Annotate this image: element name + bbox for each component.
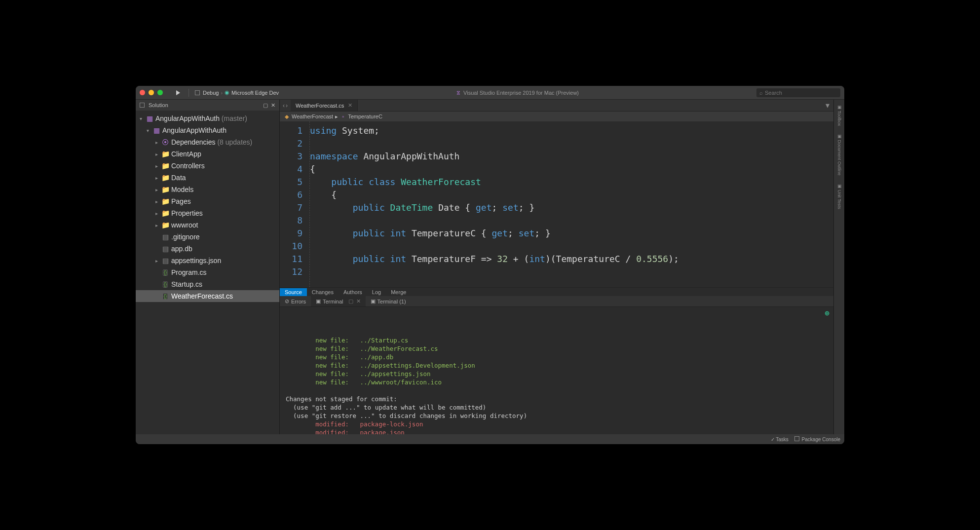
- tree-item-icon: ▤: [161, 233, 169, 241]
- terminal-panel[interactable]: ⊕ new file: ../Startup.cs new file: ../W…: [280, 307, 833, 434]
- tree-item-label: wwwroot: [171, 221, 198, 229]
- solution-node[interactable]: ▾▦AngularAppWithAuth (master): [136, 113, 279, 124]
- right-tab-toolbox[interactable]: ▣ Toolbox: [836, 103, 843, 128]
- twist-icon: ▸: [153, 223, 159, 228]
- tree-item-icon: 📁: [161, 150, 169, 158]
- project-node[interactable]: ▾▦AngularAppWithAuth: [136, 124, 279, 136]
- folder-pages[interactable]: ▸📁Pages: [136, 195, 279, 207]
- close-window-button[interactable]: [140, 90, 145, 95]
- blame-tab-merge[interactable]: Merge: [386, 288, 411, 296]
- code-editor[interactable]: 123456789101112 using System; namespace …: [280, 121, 833, 287]
- tab-label: WeatherForecast.cs: [296, 103, 344, 109]
- solution-icon: [140, 103, 145, 108]
- right-tab-unit-tests[interactable]: ▣ Unit Tests: [836, 182, 843, 211]
- solution-panel-title: Solution: [149, 102, 168, 108]
- search-input[interactable]: ⌕ Search: [756, 88, 840, 97]
- file-Startup-cs[interactable]: {}Startup.cs: [136, 278, 279, 290]
- twist-icon: ▾: [145, 128, 151, 133]
- minimize-window-button[interactable]: [149, 90, 154, 95]
- tree-item-icon: 📁: [161, 221, 169, 229]
- close-icon[interactable]: ✕: [356, 298, 361, 304]
- bottom-tab-terminal[interactable]: ▣Terminal ▢✕: [311, 296, 366, 306]
- folder-clientapp[interactable]: ▸📁ClientApp: [136, 148, 279, 160]
- dependencies-node[interactable]: ▸⦿Dependencies (8 updates): [136, 136, 279, 148]
- breadcrumb-class: WeatherForecast: [292, 114, 333, 119]
- file-app-db[interactable]: ▤app.db: [136, 243, 279, 255]
- nav-forward-icon[interactable]: ›: [286, 102, 288, 109]
- tree-item-label: Startup.cs: [171, 280, 202, 288]
- editor-area: ‹ › WeatherForecast.cs ✕ ▾ ◆ WeatherFore…: [280, 100, 833, 434]
- blame-tab-changes[interactable]: Changes: [307, 288, 339, 296]
- tab-icon: ⊘: [285, 298, 289, 304]
- browser-icon: ◉: [225, 89, 229, 96]
- right-panel-tabs: ▣ Toolbox▣ Document Outline▣ Unit Tests: [833, 100, 844, 434]
- tasks-button[interactable]: ✓ Tasks: [771, 437, 789, 442]
- bottom-panel-tabs: ⊘Errors▣Terminal ▢✕▣Terminal (1): [280, 296, 833, 307]
- folder-controllers[interactable]: ▸📁Controllers: [136, 160, 279, 172]
- tab-overflow-icon[interactable]: ▾: [822, 100, 833, 111]
- tree-item-label: AngularAppWithAuth (master): [155, 114, 247, 122]
- twist-icon: ▸: [153, 151, 159, 157]
- tree-item-label: Controllers: [171, 162, 205, 170]
- solution-explorer: Solution ▢ ✕ ▾▦AngularAppWithAuth (maste…: [136, 100, 280, 434]
- breadcrumb[interactable]: ◆ WeatherForecast ▸ ▫ TemperatureC: [280, 112, 833, 121]
- tab-bar: ‹ › WeatherForecast.cs ✕ ▾: [280, 100, 833, 112]
- close-tab-icon[interactable]: ✕: [348, 102, 352, 109]
- search-placeholder: Search: [765, 90, 782, 96]
- target-label: Microsoft Edge Dev: [231, 90, 279, 96]
- twist-icon: ▸: [153, 199, 159, 204]
- undock-icon[interactable]: ▢: [348, 298, 353, 304]
- blame-tab-source[interactable]: Source: [280, 288, 307, 296]
- nav-back-icon[interactable]: ‹: [283, 102, 285, 109]
- tree-item-label: WeatherForecast.cs: [171, 292, 233, 300]
- file-WeatherForecast-cs[interactable]: {}WeatherForecast.cs: [136, 290, 279, 302]
- tree-item-label: Models: [171, 186, 193, 193]
- file--gitignore[interactable]: ▤.gitignore: [136, 231, 279, 243]
- package-console-button[interactable]: Package Console: [794, 436, 840, 442]
- tree-item-icon: 📁: [161, 162, 169, 170]
- right-tab-document-outline[interactable]: ▣ Document Outline: [836, 132, 843, 178]
- tree-item-label: ClientApp: [171, 150, 201, 158]
- tree-item-icon: ▦: [152, 126, 160, 134]
- code-content[interactable]: using System; namespace AngularAppWithAu…: [309, 121, 833, 287]
- tree-item-label: AngularAppWithAuth: [162, 126, 226, 134]
- blame-tab-authors[interactable]: Authors: [339, 288, 367, 296]
- tree-item-label: Dependencies (8 updates): [171, 138, 252, 146]
- tab-icon: ▣: [371, 298, 376, 304]
- tab-weatherforecast[interactable]: WeatherForecast.cs ✕: [291, 100, 358, 111]
- folder-models[interactable]: ▸📁Models: [136, 184, 279, 195]
- config-selector[interactable]: Debug › ◉ Microsoft Edge Dev: [195, 89, 279, 96]
- tree-item-icon: ▤: [161, 257, 169, 265]
- twist-icon: ▾: [138, 116, 144, 121]
- tree-item-label: Program.cs: [171, 268, 207, 276]
- class-icon: ◆: [284, 114, 290, 119]
- search-icon: ⌕: [759, 90, 763, 96]
- tab-icon: ▣: [316, 298, 321, 304]
- bottom-tab-terminal--1-[interactable]: ▣Terminal (1): [366, 296, 411, 306]
- folder-properties[interactable]: ▸📁Properties: [136, 207, 279, 219]
- status-bar: ✓ Tasks Package Console: [136, 434, 844, 444]
- solution-tree: ▾▦AngularAppWithAuth (master)▾▦AngularAp…: [136, 111, 279, 434]
- maximize-window-button[interactable]: [157, 90, 163, 95]
- folder-wwwroot[interactable]: ▸📁wwwroot: [136, 219, 279, 231]
- run-button[interactable]: [174, 89, 183, 97]
- tree-item-label: Data: [171, 174, 186, 182]
- titlebar: Debug › ◉ Microsoft Edge Dev ⧖ Visual St…: [136, 86, 844, 100]
- line-gutter: 123456789101112: [280, 121, 309, 287]
- file-appsettings-json[interactable]: ▸▤appsettings.json: [136, 255, 279, 266]
- solution-panel-header: Solution ▢ ✕: [136, 100, 279, 111]
- add-terminal-icon[interactable]: ⊕: [825, 309, 829, 317]
- tree-item-icon: {}: [161, 280, 169, 288]
- blame-tab-log[interactable]: Log: [367, 288, 386, 296]
- window-title: ⧖ Visual Studio Enterprise 2019 for Mac …: [285, 89, 751, 96]
- folder-data[interactable]: ▸📁Data: [136, 172, 279, 184]
- file-Program-cs[interactable]: {}Program.cs: [136, 266, 279, 278]
- tree-item-icon: ⦿: [161, 138, 169, 146]
- blame-bar: SourceChangesAuthorsLogMerge: [280, 287, 833, 296]
- panel-undock-icon[interactable]: ▢: [263, 102, 268, 109]
- traffic-lights: [140, 90, 163, 95]
- bottom-tab-errors[interactable]: ⊘Errors: [280, 296, 311, 306]
- tree-item-label: Pages: [171, 197, 191, 205]
- target-icon: [195, 90, 200, 95]
- panel-close-icon[interactable]: ✕: [271, 102, 275, 109]
